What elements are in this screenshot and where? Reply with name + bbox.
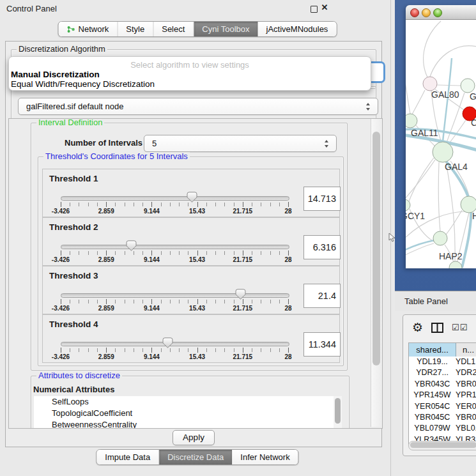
tab-infer-network[interactable]: Infer Network	[232, 450, 298, 464]
threshold-value-field[interactable]: 11.344	[303, 332, 341, 357]
network-desktop: GAL80 GA C GAL11 GAL4 GCY1 H HAP2	[395, 0, 476, 291]
table-row[interactable]: YDL19...YDL1...	[409, 357, 476, 367]
close-traffic-light-icon[interactable]	[410, 8, 419, 17]
slider-tick-label: 9.144	[144, 353, 160, 360]
column-header-name[interactable]: n...	[456, 343, 476, 357]
float-window-icon[interactable]	[311, 6, 318, 13]
cell-shared-name[interactable]: YBR043C	[409, 379, 456, 390]
settings-vertical-scrollbar[interactable]	[371, 119, 382, 427]
zoom-traffic-light-icon[interactable]	[433, 8, 442, 17]
node-gal4[interactable]	[433, 142, 453, 162]
cell-shared-name[interactable]: YER054C	[409, 401, 456, 412]
slider-tick-label: 15.43	[189, 208, 205, 215]
column-header-shared-name[interactable]: shared...	[409, 343, 456, 357]
table-row[interactable]: YPR145WYPR1...	[409, 390, 476, 401]
attributes-list-scrollbar[interactable]	[334, 396, 342, 429]
checkbox-icons[interactable]: ☑☑	[452, 323, 468, 332]
table-data-combobox[interactable]: galFiltered.sif default node	[18, 98, 378, 115]
node-gal11[interactable]	[406, 114, 417, 128]
table-horizontal-scrollbar[interactable]	[408, 441, 476, 450]
slider-tick-label: -3.426	[52, 353, 70, 360]
table-row[interactable]: YBR043CYBR0...	[409, 379, 476, 390]
cell-name[interactable]: YER0...	[456, 401, 476, 412]
settings-scrollpane: Interval Definition Number of Intervals …	[8, 118, 383, 429]
tab-discretize-data[interactable]: Discretize Data	[159, 450, 232, 464]
threshold-slider-track[interactable]	[61, 196, 289, 201]
combobox-spinner-icon	[366, 103, 371, 111]
node-hap2[interactable]	[433, 231, 447, 245]
tab-label: jActiveMNodules	[266, 24, 328, 34]
slider-tick-label: 9.144	[144, 208, 160, 215]
table-row[interactable]: YER054CYER0...	[409, 401, 476, 412]
minimize-traffic-light-icon[interactable]	[422, 8, 431, 17]
tab-style[interactable]: Style	[118, 22, 153, 36]
threshold-value-field[interactable]: 21.4	[303, 284, 341, 308]
cell-shared-name[interactable]: YBL079W	[409, 423, 456, 434]
slider-major-tick	[106, 348, 107, 353]
threshold-slider-thumb[interactable]	[162, 337, 173, 348]
cell-shared-name[interactable]: YDL19...	[409, 357, 456, 367]
tab-impute-data[interactable]: Impute Data	[96, 450, 159, 464]
threshold-slider-track[interactable]	[61, 245, 289, 249]
slider-major-tick	[243, 202, 243, 207]
tab-jactivemnodules[interactable]: jActiveMNodules	[258, 22, 337, 36]
threshold-slider-thumb[interactable]	[187, 192, 197, 203]
number-of-intervals-combobox[interactable]: 5	[144, 135, 337, 152]
gear-icon[interactable]: ⚙	[412, 320, 423, 334]
table-hscrollbar-thumb[interactable]	[410, 442, 476, 448]
numerical-attribute-item[interactable]: BetweennessCentrality	[34, 419, 342, 429]
settings-scrollbar-thumb[interactable]	[372, 132, 380, 365]
cell-name[interactable]: YDR2...	[456, 367, 476, 378]
table-row[interactable]: YBL079WYBL0...	[409, 423, 476, 434]
tab-network[interactable]: Network	[59, 22, 118, 36]
control-panel-titlebar: Control Panel ✕	[0, 0, 395, 17]
table-panel-inner: ⚙ ☑☑ shared... n... YDL19...YDL1...YDR27…	[403, 314, 476, 456]
algorithm-option-equal-width[interactable]: Equal Width/Frequency Discretization	[11, 79, 155, 89]
algorithm-placeholder-option[interactable]: Select algorithm to view settings	[9, 60, 371, 70]
cell-name[interactable]: YBR0...	[456, 379, 476, 390]
cell-shared-name[interactable]: YDR27...	[409, 367, 456, 378]
threshold-slider-thumb[interactable]	[235, 289, 246, 300]
tab-select[interactable]: Select	[153, 22, 194, 36]
slider-major-tick	[243, 250, 243, 256]
attributes-list-scrollbar-thumb[interactable]	[335, 398, 341, 424]
attributes-group-title: Attributes to discretize	[36, 371, 122, 380]
cell-shared-name[interactable]: YPR145W	[409, 390, 456, 401]
apply-button[interactable]: Apply	[173, 430, 215, 445]
algorithm-option-manual[interactable]: Manual Discretization	[11, 70, 100, 79]
split-panel-icon[interactable]	[431, 323, 443, 333]
slider-major-tick	[151, 202, 152, 207]
threshold-slider-thumb[interactable]	[126, 240, 137, 251]
slider-major-tick	[106, 202, 107, 207]
close-icon[interactable]: ✕	[320, 3, 329, 12]
threshold-value-field[interactable]: 6.316	[303, 235, 341, 259]
numerical-attribute-item[interactable]: TopologicalCoefficient	[34, 408, 342, 419]
threshold-slider-track[interactable]	[61, 342, 289, 346]
tab-cyni-toolbox[interactable]: Cyni Toolbox	[194, 22, 257, 36]
slider-tick-label: 2.859	[98, 256, 114, 263]
cell-name[interactable]: YBR0...	[456, 412, 476, 423]
node-partial-top-right[interactable]	[461, 79, 475, 93]
node-table: shared... n... YDL19...YDL1...YDR27...YD…	[408, 342, 476, 446]
cell-name[interactable]: YDL1...	[456, 357, 476, 367]
number-of-intervals-value: 5	[152, 139, 157, 148]
slider-tick-label: 15.43	[189, 353, 205, 360]
cell-name[interactable]: YBL0...	[456, 423, 476, 434]
threshold-value-field[interactable]: 14.713	[303, 187, 341, 211]
table-row[interactable]: YBR045CYBR0...	[409, 412, 476, 423]
threshold-label: Threshold 2	[49, 222, 98, 232]
slider-major-tick	[151, 299, 152, 304]
table-row[interactable]: YDR27...YDR2...	[409, 367, 476, 378]
cell-shared-name[interactable]: YBR045C	[409, 412, 456, 423]
cell-name[interactable]: YPR1...	[456, 390, 476, 401]
node-partial-bottom[interactable]	[449, 261, 462, 268]
slider-tick-label: 28	[284, 353, 291, 360]
threshold-slider-track[interactable]	[61, 293, 289, 298]
network-view-window[interactable]: GAL80 GA C GAL11 GAL4 GCY1 H HAP2	[406, 5, 476, 268]
numerical-attribute-item[interactable]: SelfLoops	[34, 396, 342, 408]
threshold-label: Threshold 3	[49, 271, 98, 280]
interval-definition-group: Interval Definition Number of Intervals …	[31, 123, 348, 371]
network-canvas[interactable]: GAL80 GA C GAL11 GAL4 GCY1 H HAP2	[406, 20, 476, 268]
node-gal80[interactable]	[423, 77, 437, 91]
algorithm-dropdown-popup: Select algorithm to view settings Manual…	[8, 56, 371, 91]
